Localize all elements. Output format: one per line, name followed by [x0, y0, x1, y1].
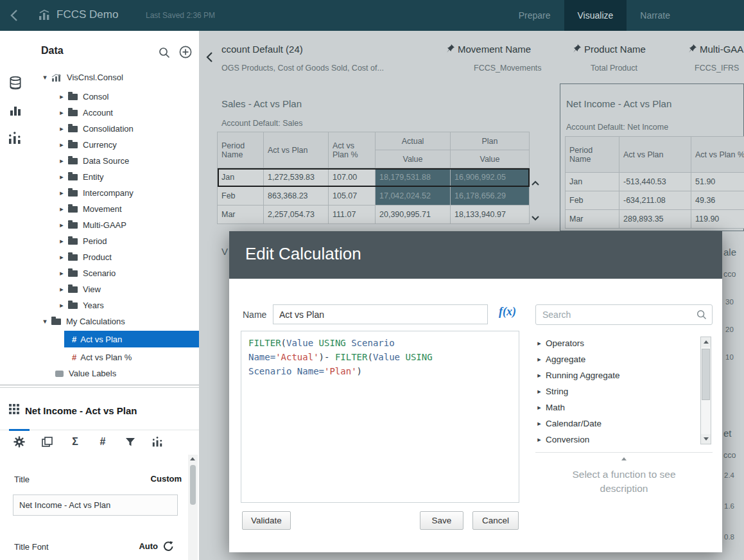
expand-caret[interactable]: ▸	[58, 125, 65, 133]
calculation-name-input[interactable]	[273, 304, 488, 324]
tree-folder-multi-gaap[interactable]: ▸Multi-GAAP	[31, 217, 199, 233]
expand-caret[interactable]: ▸	[58, 269, 65, 277]
search-icon[interactable]	[158, 46, 171, 59]
dataset-chart-icon	[51, 73, 62, 82]
tree-folder-consolidation[interactable]: ▸Consolidation	[31, 121, 199, 137]
tree-folder-product[interactable]: ▸Product	[31, 249, 199, 265]
tab-copy-icon[interactable]	[35, 433, 58, 450]
tree-folder-consol[interactable]: ▸Consol	[31, 89, 199, 105]
expand-caret[interactable]: ▸	[58, 285, 65, 293]
analytics-tab-icon[interactable]	[8, 131, 23, 148]
tree-folder-data-source[interactable]: ▸Data Source	[31, 153, 199, 169]
tree-value-labels[interactable]: Value Labels	[31, 365, 199, 381]
selected-viz-title: Net Income - Act vs Plan	[25, 405, 137, 416]
tree-folder-label: Intercompany	[83, 188, 134, 198]
expand-caret[interactable]: ▸	[58, 253, 65, 261]
title-property-label: Title	[14, 475, 30, 484]
tree-my-calculations[interactable]: ▾ My Calculations	[31, 313, 199, 329]
collapse-caret[interactable]: ▾	[41, 317, 49, 326]
expand-caret[interactable]: ▸	[58, 92, 65, 101]
tree-folder-intercompany[interactable]: ▸Intercompany	[31, 185, 199, 201]
folder-icon	[68, 94, 78, 100]
scroll-up-arrow[interactable]	[701, 337, 711, 347]
function-category-label: Aggregate	[546, 354, 585, 364]
tree-folder-account[interactable]: ▸Account	[31, 105, 199, 121]
function-category-string[interactable]: ▸String	[535, 383, 699, 399]
tab-hash-icon[interactable]: #	[91, 433, 114, 450]
tree-folder-label: View	[83, 284, 101, 294]
collapse-caret[interactable]: ▾	[41, 73, 49, 82]
validate-button[interactable]: Validate	[242, 511, 291, 530]
save-button[interactable]: Save	[420, 511, 463, 530]
function-list-scrollbar[interactable]	[700, 337, 711, 444]
expand-caret[interactable]: ▸	[58, 221, 65, 229]
expand-caret[interactable]: ▸	[535, 339, 543, 347]
tree-folder-currency[interactable]: ▸Currency	[31, 137, 199, 153]
function-category-running-aggregate[interactable]: ▸Running Aggregate	[535, 367, 699, 383]
nav-narrate[interactable]: Narrate	[627, 0, 684, 31]
back-icon[interactable]	[6, 7, 23, 24]
function-category-operators[interactable]: ▸Operators	[535, 335, 699, 351]
title-font-value[interactable]: Auto	[128, 541, 158, 551]
expand-caret[interactable]: ▸	[58, 141, 65, 149]
tree-folder-scenario[interactable]: ▸Scenario	[31, 265, 199, 281]
function-category-math[interactable]: ▸Math	[535, 399, 699, 416]
expand-caret[interactable]: ▸	[58, 301, 65, 310]
function-category-aggregate[interactable]: ▸Aggregate	[535, 351, 699, 367]
expand-caret[interactable]: ▸	[58, 157, 65, 165]
expand-caret[interactable]: ▸	[58, 189, 65, 197]
tree-folder-entity[interactable]: ▸Entity	[31, 169, 199, 185]
expand-caret[interactable]: ▸	[58, 205, 65, 213]
expand-caret[interactable]: ▸	[535, 419, 543, 428]
function-category-conversion[interactable]: ▸Conversion	[535, 432, 699, 448]
calculation-hash-icon: #	[72, 335, 76, 344]
collapse-description-icon[interactable]	[535, 457, 713, 460]
visualizations-tab-icon[interactable]	[9, 104, 22, 119]
expand-caret[interactable]: ▸	[58, 237, 65, 245]
tab-divider	[0, 430, 199, 430]
dialog-header: Edit Calculation	[229, 231, 722, 279]
function-category-calendar-date[interactable]: ▸Calendar/Date	[535, 416, 699, 432]
add-icon[interactable]	[178, 45, 193, 59]
expand-caret[interactable]: ▸	[58, 173, 65, 181]
data-tab-icon[interactable]	[8, 76, 22, 94]
expand-caret[interactable]: ▸	[58, 109, 65, 117]
function-search-input[interactable]	[535, 304, 713, 325]
tree-root-dataset[interactable]: ▾ VisCnsl.Consol	[31, 69, 199, 85]
expand-caret[interactable]: ▸	[535, 435, 543, 444]
viz-title-input[interactable]	[13, 494, 178, 516]
tree-folder-view[interactable]: ▸View	[31, 281, 199, 297]
scrollbar-thumb[interactable]	[702, 349, 710, 400]
cancel-button[interactable]: Cancel	[472, 511, 519, 530]
title-mode-value[interactable]: Custom	[128, 474, 182, 484]
expand-caret[interactable]: ▸	[535, 371, 543, 380]
calc-item-act-vs-plan[interactable]: # Act vs Plan	[64, 331, 199, 347]
scroll-up-arrow[interactable]	[190, 457, 195, 460]
folder-icon	[68, 158, 78, 164]
expand-caret[interactable]: ▸	[535, 355, 543, 363]
dialog-title: Edit Calculation	[245, 244, 361, 264]
tab-sigma-icon[interactable]: Σ	[64, 433, 87, 450]
tab-analytics-icon[interactable]	[146, 433, 169, 450]
properties-scrollbar-thumb[interactable]	[190, 465, 196, 505]
tree-folder-label: Years	[83, 301, 104, 310]
tree-folder-years[interactable]: ▸Years	[31, 297, 199, 313]
expand-caret[interactable]: ▸	[535, 403, 543, 412]
data-panel-title: Data	[41, 45, 64, 57]
calc-item-act-vs-plan-pct[interactable]: # Act vs Plan %	[64, 349, 199, 365]
data-panel: Data ▾ VisCnsl.Consol ▸Consol▸Account▸Co…	[31, 31, 199, 393]
fx-icon[interactable]: f(x)	[499, 305, 516, 319]
search-icon	[696, 309, 707, 320]
expand-caret[interactable]: ▸	[535, 387, 543, 396]
tree-folder-movement[interactable]: ▸Movement	[31, 201, 199, 217]
formula-editor[interactable]: FILTER(Value USING Scenario Name='Actual…	[241, 331, 519, 503]
scroll-down-arrow[interactable]	[701, 434, 711, 444]
nav-prepare[interactable]: Prepare	[505, 0, 564, 31]
nav-visualize[interactable]: Visualize	[564, 0, 627, 31]
reset-refresh-icon[interactable]	[162, 541, 174, 552]
description-divider	[535, 452, 713, 453]
tree-folder-period[interactable]: ▸Period	[31, 233, 199, 249]
tab-filter-icon[interactable]	[119, 433, 142, 450]
function-category-list: ▸Operators▸Aggregate▸Running Aggregate▸S…	[535, 335, 699, 448]
tab-general-gear-icon[interactable]	[8, 433, 31, 450]
